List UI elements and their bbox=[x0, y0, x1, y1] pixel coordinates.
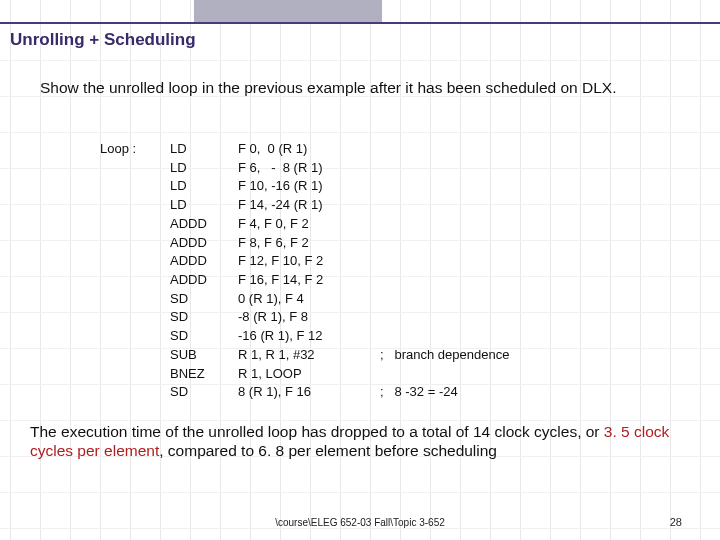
conclusion-part1: The execution time of the unrolled loop … bbox=[30, 423, 604, 440]
code-args: 0 (R 1), F 4 bbox=[238, 290, 380, 309]
code-args: F 6, - 8 (R 1) bbox=[238, 159, 380, 178]
conclusion-text: The execution time of the unrolled loop … bbox=[30, 422, 690, 461]
intro-text: Show the unrolled loop in the previous e… bbox=[40, 78, 680, 98]
code-args: R 1, LOOP bbox=[238, 365, 380, 384]
code-op: ADDD bbox=[170, 215, 238, 234]
code-row: SUBR 1, R 1, #32; branch dependence bbox=[100, 346, 509, 365]
conclusion-part2: , compared to 6. 8 per element before sc… bbox=[159, 442, 497, 459]
slide-title: Unrolling + Scheduling bbox=[10, 30, 196, 50]
code-op: SUB bbox=[170, 346, 238, 365]
code-args: F 8, F 6, F 2 bbox=[238, 234, 380, 253]
code-args: F 14, -24 (R 1) bbox=[238, 196, 380, 215]
code-row: BNEZR 1, LOOP bbox=[100, 365, 509, 384]
code-row: LDF 10, -16 (R 1) bbox=[100, 177, 509, 196]
code-row: LDF 14, -24 (R 1) bbox=[100, 196, 509, 215]
code-op: ADDD bbox=[170, 252, 238, 271]
code-op: ADDD bbox=[170, 234, 238, 253]
code-op: BNEZ bbox=[170, 365, 238, 384]
code-op: ADDD bbox=[170, 271, 238, 290]
title-underline bbox=[0, 22, 720, 24]
code-args: F 4, F 0, F 2 bbox=[238, 215, 380, 234]
code-row: ADDDF 16, F 14, F 2 bbox=[100, 271, 509, 290]
code-label: Loop : bbox=[100, 140, 170, 159]
footer-path: \course\ELEG 652-03 Fall\Topic 3-652 bbox=[0, 517, 720, 528]
code-op: LD bbox=[170, 159, 238, 178]
page-number: 28 bbox=[670, 516, 682, 528]
code-comment: ; 8 -32 = -24 bbox=[380, 383, 458, 402]
code-args: F 16, F 14, F 2 bbox=[238, 271, 380, 290]
code-args: F 0, 0 (R 1) bbox=[238, 140, 380, 159]
code-args: -16 (R 1), F 12 bbox=[238, 327, 380, 346]
code-row: SD0 (R 1), F 4 bbox=[100, 290, 509, 309]
code-op: SD bbox=[170, 308, 238, 327]
code-op: SD bbox=[170, 383, 238, 402]
code-row: SD-16 (R 1), F 12 bbox=[100, 327, 509, 346]
code-row: ADDDF 12, F 10, F 2 bbox=[100, 252, 509, 271]
code-row: SD8 (R 1), F 16; 8 -32 = -24 bbox=[100, 383, 509, 402]
code-op: SD bbox=[170, 327, 238, 346]
code-args: 8 (R 1), F 16 bbox=[238, 383, 380, 402]
code-row: ADDDF 4, F 0, F 2 bbox=[100, 215, 509, 234]
code-row: SD-8 (R 1), F 8 bbox=[100, 308, 509, 327]
code-op: SD bbox=[170, 290, 238, 309]
code-row: Loop :LDF 0, 0 (R 1) bbox=[100, 140, 509, 159]
code-args: -8 (R 1), F 8 bbox=[238, 308, 380, 327]
code-listing: Loop :LDF 0, 0 (R 1)LDF 6, - 8 (R 1)LDF … bbox=[100, 140, 509, 402]
code-op: LD bbox=[170, 196, 238, 215]
code-args: R 1, R 1, #32 bbox=[238, 346, 380, 365]
code-comment: ; branch dependence bbox=[380, 346, 509, 365]
code-args: F 10, -16 (R 1) bbox=[238, 177, 380, 196]
top-accent-bar bbox=[194, 0, 382, 22]
code-op: LD bbox=[170, 140, 238, 159]
code-row: LDF 6, - 8 (R 1) bbox=[100, 159, 509, 178]
code-row: ADDDF 8, F 6, F 2 bbox=[100, 234, 509, 253]
code-args: F 12, F 10, F 2 bbox=[238, 252, 380, 271]
code-op: LD bbox=[170, 177, 238, 196]
